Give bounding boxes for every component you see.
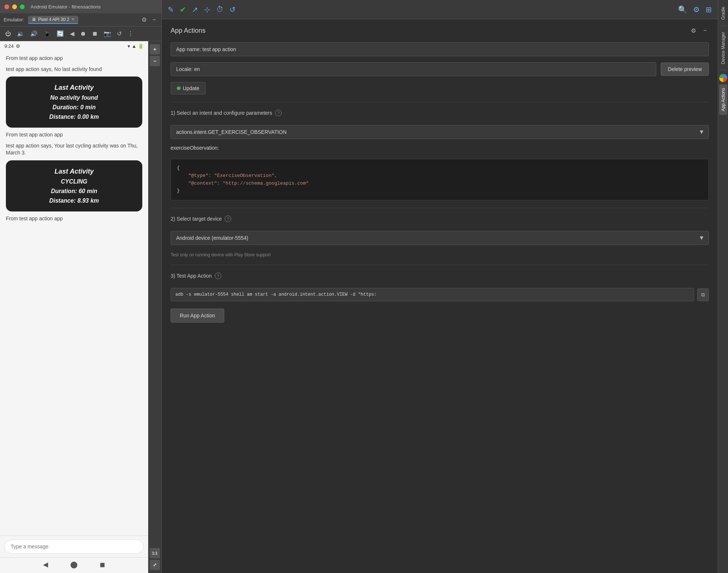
run-app-action-btn[interactable]: Run App Action (171, 309, 224, 323)
check-icon[interactable]: ✔ (180, 5, 186, 14)
code-editor[interactable]: { "@type": "ExerciseObservation", "@cont… (171, 159, 709, 200)
update-btn-label: Update (183, 85, 199, 91)
rotate-icon[interactable]: 📱 (41, 29, 53, 39)
step3-help-icon[interactable]: ? (215, 273, 221, 279)
zoom-in-btn[interactable]: + (150, 44, 160, 54)
back-button[interactable]: ◀ (43, 560, 48, 569)
power-icon[interactable]: ⏻ (3, 29, 13, 39)
edit-icon[interactable]: ✎ (168, 5, 174, 14)
locale-row: Delete preview (171, 62, 709, 76)
phone-statusbar: 9:24 ⚙ ▾ ▲ 🔋 (0, 41, 148, 51)
battery-icon: 🔋 (138, 43, 144, 49)
code-line-2: "@context": "http://schema.googleapis.co… (177, 181, 309, 186)
traffic-light-green[interactable] (20, 4, 25, 9)
volume-up-icon[interactable]: 🔊 (28, 29, 40, 39)
titlebar-text: Android Emulator - fitnessactions (31, 4, 101, 10)
section-title: App Actions (171, 27, 206, 35)
step2-help-icon[interactable]: ? (225, 216, 231, 222)
fullscreen-btn[interactable]: ⤢ (150, 560, 160, 570)
emulator-toolbar: Emulator: 🖥 Pixel 4 API 30 2 ✕ ⚙ − (0, 13, 161, 26)
step2-label: 2) Select target device ? (171, 216, 709, 222)
home-button[interactable]: ⬤ (70, 560, 78, 569)
float-controls: + − 1:1 ⤢ (148, 41, 161, 573)
back-nav-icon[interactable]: ◀ (68, 29, 76, 39)
card2-line2: Duration: 60 min (51, 188, 97, 195)
divider-3 (171, 265, 709, 265)
emulator-side-toolbar: ⏻ 🔉 🔊 📱 🔄 ◀ ⏺ ⏹ 📷 ↺ ⋮ (0, 26, 161, 41)
close-device-tab[interactable]: ✕ (71, 17, 75, 22)
intent-dropdown[interactable]: actions.intent.GET_EXERCISE_OBSERVATION (171, 125, 709, 139)
device-dropdown[interactable]: Android device (emulator-5554) (171, 231, 709, 245)
card1-line1: No activity found (50, 95, 98, 101)
screenshot-icon[interactable]: 📷 (101, 29, 113, 39)
chat-from-1: From test app action app (6, 55, 142, 62)
delete-preview-btn[interactable]: Delete preview (661, 63, 709, 76)
signal-icon: ▲ (132, 43, 136, 49)
phone-content[interactable]: From test app action app test app action… (0, 51, 148, 535)
ratio-btn[interactable]: 1:1 (150, 548, 160, 558)
app-actions-tab[interactable]: App Actions (719, 84, 727, 115)
code-line-1: "@type": "ExerciseObservation", (177, 173, 277, 178)
gradle-tab[interactable]: Gradle (719, 3, 727, 24)
stop-icon[interactable]: ⏹ (90, 29, 100, 39)
layout-icon[interactable]: ⊞ (706, 5, 712, 14)
emulator-phone-wrapper: 9:24 ⚙ ▾ ▲ 🔋 From test app action app te… (0, 41, 161, 573)
chat-from-3: From test app action app (6, 215, 142, 223)
code-line-0: { (177, 165, 180, 171)
section-settings-icon[interactable]: ⚙ (689, 26, 698, 35)
message-input[interactable] (4, 540, 144, 554)
device-dropdown-wrapper[interactable]: Android device (emulator-5554) ▼ (171, 231, 709, 245)
right-side: ✎ ✔ ↗ ⊹ ⏱ ↺ 🔍 ⚙ ⊞ App Actions ⚙ − (162, 0, 728, 573)
volume-down-icon[interactable]: 🔉 (15, 29, 26, 39)
device-manager-tab[interactable]: Device Manager (719, 28, 727, 68)
step2-text: 2) Select target device (171, 216, 222, 222)
divider-2 (171, 208, 709, 208)
clock-icon[interactable]: ⏱ (216, 5, 224, 14)
search-icon[interactable]: 🔍 (678, 5, 687, 14)
chat-text-2: test app action says, Your last cycling … (6, 142, 142, 157)
traffic-light-red[interactable] (4, 4, 9, 9)
add-icon[interactable]: ⊹ (204, 5, 210, 14)
code-line-3: } (177, 188, 180, 193)
message-input-area (0, 535, 148, 557)
intent-dropdown-wrapper[interactable]: actions.intent.GET_EXERCISE_OBSERVATION … (171, 125, 709, 139)
rotate2-icon[interactable]: 🔄 (54, 29, 66, 39)
app-name-field[interactable] (171, 42, 709, 56)
traffic-light-yellow[interactable] (12, 4, 17, 9)
chat-from-2: From test app action app (6, 131, 142, 139)
card1-line3: Distance: 0.00 km (49, 114, 99, 120)
step3-text: 3) Test App Action (171, 273, 212, 279)
arrow-up-icon[interactable]: ↗ (192, 5, 198, 14)
card1-title: Last Activity (54, 84, 93, 92)
card1-line2: Duration: 0 min (53, 104, 96, 111)
device-hint: Test only on running device with Play St… (171, 252, 709, 257)
section-minimize-icon[interactable]: − (701, 26, 709, 35)
tab-separator-2 (720, 70, 727, 70)
settings-gear-icon[interactable]: ⚙ (693, 5, 700, 14)
record-icon[interactable]: ⏺ (78, 29, 88, 39)
card2-line3: Distance: 8.93 km (49, 197, 99, 204)
adb-command-input[interactable] (171, 288, 694, 301)
device-tab-label: Pixel 4 API 30 2 (38, 17, 69, 22)
card2-line1: CYCLING (61, 178, 88, 185)
undo-icon[interactable]: ↺ (229, 5, 236, 14)
adb-command-row: ⧉ (171, 288, 709, 301)
emulator-titlebar: Android Emulator - fitnessactions (0, 0, 161, 13)
phone-screen: 9:24 ⚙ ▾ ▲ 🔋 From test app action app te… (0, 41, 148, 573)
step1-help-icon[interactable]: ? (275, 110, 282, 116)
activity-card-2: Last Activity CYCLING Duration: 60 min D… (6, 160, 142, 211)
card2-title: Last Activity (54, 168, 93, 175)
update-btn[interactable]: Update (171, 82, 206, 95)
update-dot (177, 86, 181, 90)
more-icon[interactable]: ⋮ (125, 29, 136, 39)
tab-separator-1 (720, 26, 727, 26)
recents-button[interactable]: ◼ (100, 560, 105, 569)
locale-field[interactable] (171, 62, 656, 76)
minimize-icon[interactable]: − (151, 16, 158, 24)
copy-adb-btn[interactable]: ⧉ (697, 288, 709, 301)
settings-icon[interactable]: ⚙ (140, 15, 149, 24)
device-tab[interactable]: 🖥 Pixel 4 API 30 2 ✕ (28, 16, 79, 24)
reset-icon[interactable]: ↺ (115, 29, 124, 39)
zoom-out-btn[interactable]: − (150, 56, 160, 66)
chat-text-1: test app action says, No last activity f… (6, 66, 142, 73)
